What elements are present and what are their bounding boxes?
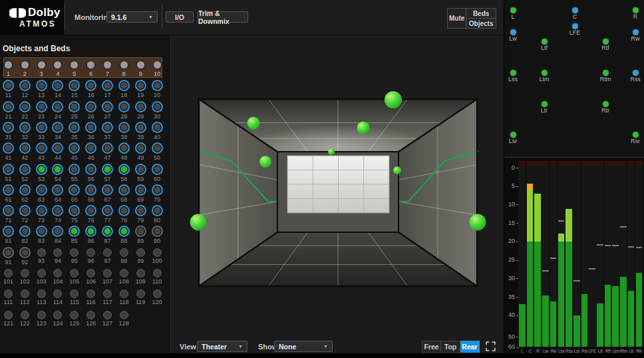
object-channel-33[interactable]: 33: [33, 120, 50, 140]
object-channel-71[interactable]: 71: [0, 203, 17, 224]
object-channel-31[interactable]: 31: [0, 120, 17, 140]
object-channel-125[interactable]: 125: [66, 307, 82, 327]
trim-downmix-button[interactable]: Trim & Downmix: [198, 11, 248, 23]
object-channel-28[interactable]: 28: [116, 99, 132, 120]
object-channel-127[interactable]: 127: [99, 307, 116, 327]
object-channel-105[interactable]: 105: [66, 266, 82, 285]
object-channel-64[interactable]: 64: [50, 182, 67, 203]
object-channel-17[interactable]: 17: [99, 78, 116, 98]
object-channel-108[interactable]: 108: [116, 266, 132, 285]
object-channel-67[interactable]: 67: [99, 182, 116, 203]
audio-object-sphere-6[interactable]: [393, 166, 401, 174]
object-channel-80[interactable]: 80: [149, 203, 166, 224]
object-channel-106[interactable]: 106: [82, 266, 99, 285]
object-channel-69[interactable]: 69: [132, 182, 149, 203]
audio-object-sphere-8[interactable]: [470, 214, 486, 231]
object-channel-84[interactable]: 84: [50, 224, 67, 244]
object-channel-11[interactable]: 11: [0, 78, 17, 98]
object-channel-104[interactable]: 104: [50, 266, 67, 285]
object-channel-128[interactable]: 128: [116, 307, 132, 327]
object-channel-1[interactable]: 1: [0, 57, 17, 77]
audio-object-sphere-3[interactable]: [357, 122, 370, 134]
object-channel-115[interactable]: 115: [66, 286, 82, 305]
object-channel-20[interactable]: 20: [149, 78, 166, 98]
object-channel-79[interactable]: 79: [132, 203, 149, 224]
object-channel-87[interactable]: 87: [99, 224, 116, 244]
object-channel-73[interactable]: 73: [33, 203, 50, 224]
object-channel-13[interactable]: 13: [33, 78, 50, 98]
object-channel-30[interactable]: 30: [149, 99, 166, 120]
object-channel-66[interactable]: 66: [82, 182, 99, 203]
audio-object-sphere-2[interactable]: [385, 91, 402, 108]
object-channel-18[interactable]: 18: [116, 78, 132, 98]
object-channel-26[interactable]: 26: [82, 99, 99, 120]
object-channel-50[interactable]: 50: [149, 140, 166, 161]
object-channel-37[interactable]: 37: [99, 120, 116, 140]
object-channel-93[interactable]: 93: [33, 245, 50, 264]
object-channel-103[interactable]: 103: [33, 266, 50, 285]
object-channel-57[interactable]: 57: [99, 162, 116, 182]
object-channel-3[interactable]: 3: [33, 57, 50, 77]
mute-button[interactable]: Mute: [447, 8, 466, 29]
object-channel-74[interactable]: 74: [50, 203, 67, 224]
io-button[interactable]: I/O: [166, 11, 194, 23]
object-channel-109[interactable]: 109: [132, 266, 149, 285]
object-channel-4[interactable]: 4: [50, 57, 67, 77]
object-channel-32[interactable]: 32: [17, 120, 33, 140]
object-channel-55[interactable]: 55: [66, 162, 82, 182]
object-channel-25[interactable]: 25: [66, 99, 82, 120]
object-channel-10[interactable]: 10: [149, 57, 166, 77]
object-channel-61[interactable]: 61: [0, 182, 17, 203]
object-channel-118[interactable]: 118: [116, 286, 132, 305]
object-channel-120[interactable]: 120: [149, 286, 166, 305]
object-channel-91[interactable]: 91: [0, 245, 17, 266]
audio-object-sphere-1[interactable]: [247, 117, 260, 130]
object-channel-76[interactable]: 76: [82, 203, 99, 224]
object-channel-102[interactable]: 102: [17, 266, 33, 285]
object-channel-44[interactable]: 44: [50, 140, 67, 161]
object-channel-88[interactable]: 88: [116, 224, 132, 244]
object-channel-51[interactable]: 51: [0, 162, 17, 182]
camera-mode-top-button[interactable]: Top: [441, 341, 460, 353]
object-channel-97[interactable]: 97: [99, 245, 116, 264]
object-channel-59[interactable]: 59: [132, 162, 149, 182]
object-channel-46[interactable]: 46: [82, 140, 99, 161]
object-channel-38[interactable]: 38: [116, 120, 132, 140]
camera-mode-free-button[interactable]: Free: [422, 341, 441, 353]
object-channel-6[interactable]: 6: [82, 57, 99, 77]
object-channel-77[interactable]: 77: [99, 203, 116, 224]
audio-object-sphere-7[interactable]: [190, 214, 207, 231]
object-channel-24[interactable]: 24: [50, 99, 67, 120]
view-dropdown[interactable]: Theater ▼: [197, 341, 247, 352]
object-channel-95[interactable]: 95: [66, 245, 82, 264]
object-channel-89[interactable]: 89: [132, 224, 149, 244]
object-channel-22[interactable]: 22: [17, 99, 33, 120]
object-channel-83[interactable]: 83: [33, 224, 50, 244]
object-channel-19[interactable]: 19: [132, 78, 149, 98]
object-channel-27[interactable]: 27: [99, 99, 116, 120]
object-channel-5[interactable]: 5: [66, 57, 82, 77]
show-dropdown[interactable]: None ▼: [274, 341, 333, 352]
object-channel-101[interactable]: 101: [0, 266, 17, 285]
object-channel-14[interactable]: 14: [50, 78, 67, 98]
camera-mode-rear-button[interactable]: Rear: [460, 341, 480, 353]
object-channel-98[interactable]: 98: [116, 245, 132, 264]
object-channel-119[interactable]: 119: [132, 286, 149, 305]
object-channel-7[interactable]: 7: [99, 57, 116, 77]
audio-object-sphere-5[interactable]: [259, 156, 271, 168]
object-channel-23[interactable]: 23: [33, 99, 50, 120]
object-channel-42[interactable]: 42: [17, 140, 33, 161]
object-channel-53[interactable]: 53: [33, 162, 50, 182]
object-channel-81[interactable]: 81: [0, 224, 17, 244]
object-channel-48[interactable]: 48: [116, 140, 132, 161]
object-channel-12[interactable]: 12: [17, 78, 33, 98]
object-channel-65[interactable]: 65: [66, 182, 82, 203]
object-channel-78[interactable]: 78: [116, 203, 132, 224]
mute-objects-button[interactable]: Objects: [466, 19, 496, 29]
object-channel-94[interactable]: 94: [50, 245, 67, 264]
room-viewer[interactable]: [172, 35, 504, 339]
object-channel-121[interactable]: 121: [0, 307, 17, 327]
object-channel-124[interactable]: 124: [50, 307, 67, 327]
object-channel-52[interactable]: 52: [17, 162, 33, 182]
object-channel-45[interactable]: 45: [66, 140, 82, 161]
